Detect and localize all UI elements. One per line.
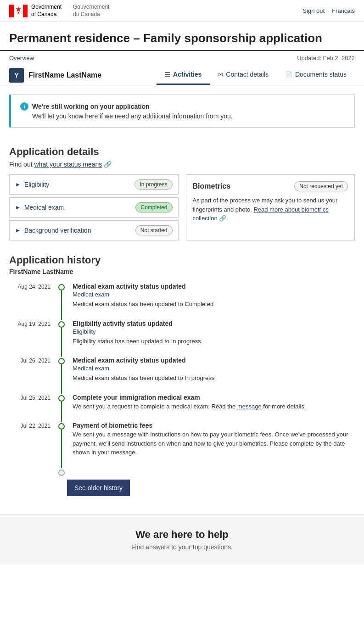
timeline-desc-4: We sent you a request to complete a medi… bbox=[73, 402, 355, 411]
timeline-line-4 bbox=[56, 394, 67, 422]
timeline-end bbox=[9, 468, 355, 476]
chevron-icon-eligibility: ► bbox=[15, 181, 21, 188]
gov-logo: Government of Canada Gouvernement du Can… bbox=[9, 4, 109, 18]
timeline-title-2: Eligibility activity status updated bbox=[73, 320, 355, 327]
timeline-dot-5 bbox=[58, 423, 65, 430]
timeline-category-3: Medical exam bbox=[73, 365, 355, 372]
info-banner-header: i We're still working on your applicatio… bbox=[20, 102, 347, 111]
timeline-connector-5 bbox=[61, 430, 62, 468]
info-banner-title: We're still working on your application bbox=[32, 103, 150, 110]
overview-link[interactable]: Overview bbox=[9, 55, 34, 61]
timeline-content-4: Complete your immigration medical exam W… bbox=[73, 394, 355, 422]
timeline-dot-1 bbox=[58, 284, 65, 290]
timeline-category-2: Eligibility bbox=[73, 328, 355, 335]
application-details-subtitle: Find out what your status means 🔗 bbox=[9, 161, 355, 168]
chevron-icon-background: ► bbox=[15, 227, 21, 234]
activities-icon: ☰ bbox=[165, 71, 170, 78]
timeline-date-1: Aug 24, 2021 bbox=[9, 283, 50, 320]
eligibility-badge: In progress bbox=[134, 179, 172, 190]
timeline-date-5: Jul 22, 2021 bbox=[9, 422, 50, 468]
timeline-line-2 bbox=[56, 320, 67, 357]
timeline-item-5: Jul 22, 2021 Payment of biometric fees W… bbox=[9, 422, 355, 468]
header-links: Sign out Français bbox=[302, 7, 355, 14]
details-grid: ► Eligibility In progress ► Medical exam… bbox=[9, 174, 355, 240]
timeline-connector-2 bbox=[61, 328, 62, 357]
timeline-desc-1: Medical exam status has been updated to … bbox=[73, 300, 355, 309]
timeline-desc-2: Eligibility status has been updated to I… bbox=[73, 337, 355, 346]
gov-name-text: Government of Canada bbox=[31, 4, 62, 18]
biometrics-text: As part of the process we may ask you to… bbox=[193, 196, 348, 223]
application-details-section: Application details Find out what your s… bbox=[0, 137, 364, 250]
timeline-dot-3 bbox=[58, 358, 65, 364]
biometrics-panel: Biometrics Not requested yet As part of … bbox=[186, 174, 355, 240]
language-toggle-link[interactable]: Français bbox=[332, 7, 355, 14]
timeline-line-3 bbox=[56, 357, 67, 394]
activity-row-eligibility: ► Eligibility In progress bbox=[9, 174, 179, 195]
timeline-content-5: Payment of biometric fees We sent you a … bbox=[73, 422, 355, 468]
timeline-dot-end bbox=[58, 469, 65, 476]
timeline-dot-4 bbox=[58, 395, 65, 402]
tab-activities[interactable]: ☰ Activities bbox=[157, 65, 210, 85]
chevron-icon-medical: ► bbox=[15, 204, 21, 211]
user-avatar: Y bbox=[9, 68, 24, 83]
activity-row-background: ► Background verification Not started bbox=[9, 220, 179, 240]
biometrics-header: Biometrics Not requested yet bbox=[193, 181, 348, 191]
history-title: Application history bbox=[9, 254, 355, 266]
documents-icon: 📄 bbox=[285, 71, 292, 78]
timeline-title-5: Payment of biometric fees bbox=[73, 422, 355, 429]
page-title: Permanent residence – Family sponsorship… bbox=[9, 31, 355, 45]
activity-list: ► Eligibility In progress ► Medical exam… bbox=[9, 174, 179, 240]
timeline-line-5 bbox=[56, 422, 67, 468]
svg-rect-0 bbox=[9, 5, 14, 17]
medical-badge: Completed bbox=[135, 202, 172, 212]
government-header: Government of Canada Gouvernement du Can… bbox=[0, 0, 364, 22]
history-section: Application history FirstName LastName A… bbox=[0, 250, 364, 514]
background-badge: Not started bbox=[135, 225, 173, 235]
sign-out-link[interactable]: Sign out bbox=[302, 7, 325, 14]
biometrics-title: Biometrics bbox=[193, 182, 231, 190]
medical-exam-link[interactable]: Medical exam bbox=[24, 204, 64, 211]
timeline-content-2: Eligibility activity status updated Elig… bbox=[73, 320, 355, 357]
contact-icon: ✉ bbox=[218, 71, 223, 78]
help-footer: We are here to help Find answers to your… bbox=[0, 514, 364, 564]
see-older-history-button[interactable]: See older history bbox=[67, 480, 130, 496]
user-tabs-section: Y FirstName LastName ☰ Activities ✉ Cont… bbox=[0, 65, 364, 85]
status-means-link[interactable]: what your status means bbox=[34, 161, 102, 168]
timeline-date-3: Jul 26, 2021 bbox=[9, 357, 50, 394]
timeline-title-3: Medical exam activity status updated bbox=[73, 357, 355, 364]
svg-rect-4 bbox=[18, 11, 19, 13]
timeline-line-1 bbox=[56, 283, 67, 320]
tab-nav: ☰ Activities ✉ Contact details 📄 Documen… bbox=[157, 65, 355, 85]
gov-name-fr: Gouvernement du Canada bbox=[69, 4, 109, 18]
timeline-desc-5: We sent you a message with instructions … bbox=[73, 430, 355, 457]
biometrics-badge: Not requested yet bbox=[294, 181, 348, 191]
help-footer-title: We are here to help bbox=[9, 529, 355, 541]
canada-flag bbox=[9, 5, 28, 17]
help-footer-text: Find answers to your top questions. bbox=[9, 543, 355, 551]
user-name: FirstName LastName bbox=[28, 71, 101, 79]
timeline: Aug 24, 2021 Medical exam activity statu… bbox=[9, 283, 355, 476]
timeline-category-1: Medical exam bbox=[73, 291, 355, 298]
application-details-title: Application details bbox=[9, 146, 355, 158]
eligibility-link[interactable]: Eligibility bbox=[24, 181, 49, 188]
tab-contact-details[interactable]: ✉ Contact details bbox=[210, 65, 277, 85]
timeline-desc-3: Medical exam status has been updated to … bbox=[73, 374, 355, 383]
history-person-name: FirstName LastName bbox=[9, 268, 355, 275]
message-link-4[interactable]: message bbox=[237, 403, 262, 410]
timeline-date-2: Aug 19, 2021 bbox=[9, 320, 50, 357]
timeline-title-1: Medical exam activity status updated bbox=[73, 283, 355, 290]
timeline-item-1: Aug 24, 2021 Medical exam activity statu… bbox=[9, 283, 355, 320]
svg-rect-2 bbox=[23, 5, 28, 17]
info-icon: i bbox=[20, 102, 28, 111]
overview-bar: Overview Updated: Feb 2, 2022 bbox=[0, 51, 364, 65]
activity-row-medical: ► Medical exam Completed bbox=[9, 197, 179, 218]
timeline-item-3: Jul 26, 2021 Medical exam activity statu… bbox=[9, 357, 355, 394]
timeline-content-1: Medical exam activity status updated Med… bbox=[73, 283, 355, 320]
updated-text: Updated: Feb 2, 2022 bbox=[297, 55, 355, 61]
timeline-dot-2 bbox=[58, 321, 65, 328]
background-link[interactable]: Background verification bbox=[24, 227, 91, 234]
tab-documents-status[interactable]: 📄 Documents status bbox=[277, 65, 355, 85]
timeline-connector-4 bbox=[61, 402, 62, 422]
timeline-end-line bbox=[56, 468, 67, 476]
timeline-connector-1 bbox=[61, 290, 62, 320]
